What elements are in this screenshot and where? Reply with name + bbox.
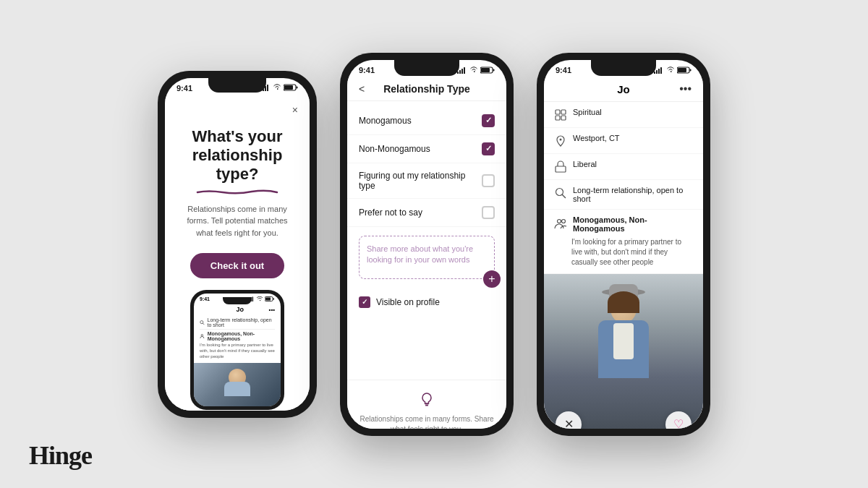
svg-line-40 (563, 194, 566, 197)
spiritual-text: Spiritual (573, 108, 602, 116)
svg-rect-34 (561, 110, 566, 114)
option-prefer-not[interactable]: Prefer not to say (347, 199, 506, 227)
mini-content: back Jo ••• Long-term relationship, open… (194, 303, 281, 361)
phone-2: 9:41 < Relationship Type Monogamous (340, 53, 514, 436)
phone-3-header: Jo ••• (544, 77, 703, 102)
phone-2-header: < Relationship Type (347, 77, 506, 101)
mini-row-1-text: Long-term relationship, open to short (208, 317, 275, 328)
phone-1-notch (208, 78, 266, 93)
option-figuring-out-checkbox[interactable] (482, 174, 495, 187)
svg-rect-32 (690, 69, 692, 71)
svg-rect-5 (284, 85, 293, 90)
phone-2-title: Relationship Type (383, 83, 470, 95)
back-button[interactable]: < (359, 83, 365, 95)
option-monogamous-checkbox[interactable] (482, 114, 495, 127)
svg-rect-27 (656, 70, 658, 74)
mini-phone: 9:41 back Jo ••• (190, 290, 284, 409)
profile-row-location: Westport, CT (544, 128, 703, 154)
svg-rect-12 (265, 298, 271, 301)
lightbulb-icon (359, 392, 495, 411)
battery-icon (284, 84, 298, 93)
svg-rect-29 (660, 67, 662, 74)
phone-2-options: Monogamous Non-Monogamous Figuring out m… (347, 101, 506, 380)
svg-rect-3 (267, 85, 268, 91)
politics-text: Liberal (573, 160, 597, 168)
photo-actions: ✕ ♡ (544, 411, 703, 429)
logo-text: Hinge (29, 441, 92, 470)
svg-line-15 (203, 323, 204, 325)
profile-row-relationship-type: Monogamous, Non-Monogamous I'm looking f… (544, 210, 703, 274)
add-button[interactable]: + (483, 270, 501, 288)
svg-rect-25 (425, 405, 428, 406)
svg-rect-28 (658, 69, 660, 74)
textarea-placeholder: Share more about what you're looking for… (367, 244, 487, 266)
svg-rect-13 (273, 298, 275, 300)
visible-label: Visible on profile (376, 297, 440, 307)
phone-2-footer: Relationships come in many forms. Share … (347, 380, 506, 429)
svg-rect-6 (297, 86, 298, 88)
menu-button[interactable]: ••• (679, 82, 692, 95)
mini-menu: ••• (269, 307, 275, 313)
option-prefer-not-checkbox[interactable] (482, 206, 495, 219)
phone-3-status-icons (654, 67, 692, 74)
mini-row-2-title: Monogamous, Non-Monogamous (208, 331, 275, 341)
option-non-monogamous-checkbox[interactable] (482, 142, 495, 155)
phone-1-status-icons (260, 84, 298, 93)
mini-name: Jo (237, 306, 244, 313)
svg-rect-38 (556, 166, 566, 172)
visible-on-profile-row[interactable]: Visible on profile (347, 285, 506, 314)
hinge-logo: Hinge (29, 440, 92, 471)
rel-type-title: Monogamous, Non-Monogamous (573, 215, 693, 233)
mini-profile-photo (194, 363, 281, 406)
profile-row-spiritual: Spiritual (544, 102, 703, 128)
option-monogamous[interactable]: Monogamous (347, 107, 506, 135)
share-more-textarea[interactable]: Share more about what you're looking for… (359, 236, 495, 279)
svg-rect-35 (556, 116, 560, 120)
phone-2-status-icons (457, 67, 495, 74)
svg-point-16 (201, 335, 203, 337)
close-icon[interactable]: × (176, 104, 298, 116)
svg-rect-18 (459, 70, 461, 74)
svg-rect-24 (425, 403, 429, 405)
profile-name: Jo (617, 83, 630, 95)
svg-rect-10 (252, 297, 254, 302)
mini-time: 9:41 (200, 296, 210, 301)
svg-point-37 (560, 138, 562, 140)
svg-rect-23 (493, 69, 495, 71)
option-prefer-not-label: Prefer not to say (359, 207, 422, 218)
dislike-button[interactable]: ✕ (556, 411, 582, 429)
footer-text: Relationships come in many forms. Share … (359, 414, 495, 429)
svg-rect-17 (457, 72, 459, 74)
option-non-monogamous[interactable]: Non-Monogamous (347, 135, 506, 163)
phone-3-time: 9:41 (556, 66, 571, 74)
check-it-out-button[interactable]: Check it out (190, 253, 284, 278)
phone-1-time: 9:41 (176, 84, 192, 93)
wifi-icon (273, 84, 281, 92)
option-monogamous-label: Monogamous (359, 116, 412, 126)
mini-row-2: Monogamous, Non-Monogamous I'm looking f… (200, 330, 275, 361)
phone-1-title: What's your relationship type? (176, 127, 298, 184)
like-button[interactable]: ♡ (665, 411, 692, 429)
svg-rect-31 (678, 68, 686, 72)
phone-3: 9:41 Jo ••• Spiritual (537, 53, 710, 436)
rel-type-subtext: I'm looking for a primary partner to liv… (554, 237, 693, 267)
visible-checkbox[interactable] (359, 296, 370, 308)
mini-row-2-subtext: I'm looking for a primary partner to liv… (200, 343, 275, 359)
phone-3-notch (591, 60, 656, 76)
option-figuring-out[interactable]: Figuring out my relationship type (347, 163, 506, 199)
svg-rect-19 (461, 69, 463, 74)
svg-point-41 (558, 220, 561, 223)
svg-rect-36 (561, 116, 566, 120)
profile-row-politics: Liberal (544, 154, 703, 180)
profile-row-relationship-intent: Long-term relationship, open to short (544, 180, 703, 210)
location-text: Westport, CT (573, 134, 620, 142)
svg-rect-22 (481, 68, 490, 72)
profile-photo-section: ✕ ♡ (544, 274, 703, 429)
phone-2-time: 9:41 (359, 66, 375, 74)
title-underline (194, 189, 281, 194)
relationship-intent-text: Long-term relationship, open to short (573, 186, 693, 203)
mini-notch (223, 297, 252, 304)
phone-2-content: < Relationship Type Monogamous Non-Monog… (347, 77, 506, 429)
phone-1-subtitle: Relationships come in many forms. Tell p… (176, 203, 298, 239)
phone-3-content: Jo ••• Spiritual Westport, CT Liberal (544, 77, 703, 429)
